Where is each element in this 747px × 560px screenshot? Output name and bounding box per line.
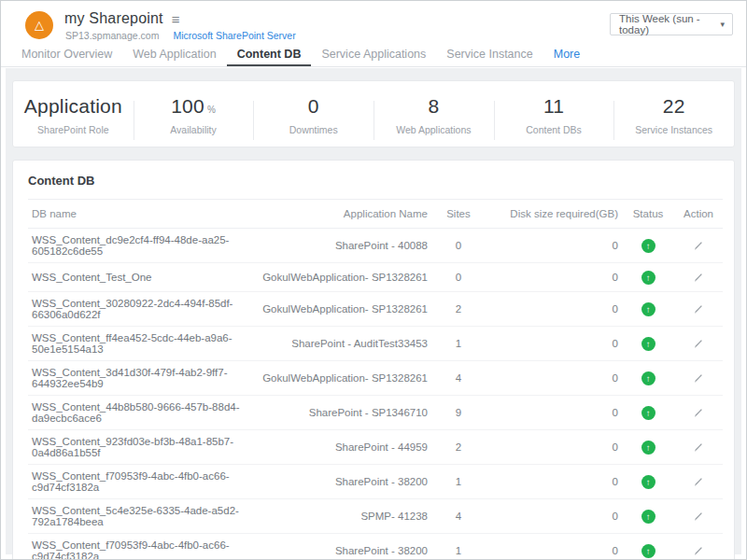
db-name-cell: WSS_Content_f70953f9-4abc-4fb0-ac66-c9d7…: [28, 465, 248, 499]
table-row: WSS_Content_30280922-2dc4-494f-85df-6630…: [28, 292, 723, 327]
disk-size-cell: 0: [486, 430, 622, 465]
monitor-name: my Sharepoint: [64, 10, 163, 27]
stat-value: 22: [663, 95, 685, 117]
application-name-cell: GokulWebApplication- SP1328261: [248, 361, 431, 396]
time-period-select[interactable]: This Week (sun - today) ▾: [610, 13, 733, 35]
tab-web-application[interactable]: Web Application: [122, 46, 226, 66]
table-header-row: DB nameApplication NameSitesDisk size re…: [28, 200, 723, 229]
edit-action-button[interactable]: [690, 335, 707, 352]
tab-monitor-overview[interactable]: Monitor Overview: [11, 46, 122, 66]
tab-bar: Monitor OverviewWeb ApplicationContent D…: [1, 46, 746, 67]
column-header-disk-size-required-gb: Disk size required(GB): [486, 200, 622, 229]
edit-action-button[interactable]: [690, 439, 707, 455]
application-name-cell: SharePoint - 44959: [248, 430, 431, 465]
column-header-application-name: Application Name: [248, 200, 431, 229]
tab-more[interactable]: More: [543, 46, 590, 66]
monitor-type-link[interactable]: Microsoft SharePoint Server: [173, 30, 295, 41]
edit-action-button[interactable]: [690, 301, 707, 317]
action-cell: [674, 361, 723, 396]
card-title: Content DB: [13, 161, 734, 199]
db-name-cell: WSS_Content_f70953f9-4abc-4fb0-ac66-c9d7…: [28, 534, 248, 560]
disk-size-cell: 0: [486, 327, 622, 361]
stat-label: Service Instances: [613, 124, 734, 135]
monitor-status-logo: △: [25, 11, 53, 39]
status-up-icon: ↑: [641, 271, 655, 285]
edit-action-button[interactable]: [690, 542, 707, 559]
application-name-cell: GokulWebApplication- SP1328261: [248, 292, 431, 327]
stat-value: Application: [24, 95, 122, 117]
action-cell: [674, 396, 723, 430]
stat-web-applications: 8Web Applications: [374, 93, 494, 135]
disk-size-cell: 0: [486, 229, 622, 263]
status-up-icon: ↑: [641, 337, 655, 351]
monitor-header: △ my Sharepoint ≡ SP13.spmanage.com Micr…: [1, 1, 746, 46]
edit-action-button[interactable]: [690, 404, 707, 421]
pencil-icon: [692, 442, 705, 456]
edit-action-button[interactable]: [690, 269, 707, 286]
sites-cell: 1: [431, 534, 486, 560]
application-name-cell: GokulWebApplication- SP1328261: [248, 263, 431, 292]
status-cell: ↑: [622, 396, 674, 430]
disk-size-cell: 0: [486, 263, 622, 292]
sites-cell: 1: [431, 465, 486, 499]
pencil-icon: [692, 477, 705, 491]
db-name-cell: WSS_Content_ff4ea452-5cdc-44eb-a9a6-50e1…: [28, 327, 248, 361]
edit-action-button[interactable]: [690, 237, 707, 254]
application-name-cell: SharePoint - AuditTest33453: [248, 327, 431, 361]
disk-size-cell: 0: [486, 396, 622, 430]
edit-action-button[interactable]: [690, 508, 707, 525]
edit-action-button[interactable]: [690, 370, 707, 386]
stat-value: 0: [308, 95, 319, 117]
stat-service-instances: 22Service Instances: [613, 93, 734, 135]
action-cell: [674, 534, 723, 560]
stat-label: Content DBs: [494, 124, 614, 135]
table-row: WSS_Content_3d41d30f-479f-4ab2-9ff7-6449…: [28, 361, 723, 396]
table-row: WSS_Content_f70953f9-4abc-4fb0-ac66-c9d7…: [28, 465, 723, 499]
application-name-cell: SharePoint - SP1346710: [248, 396, 431, 430]
content-panel: ApplicationSharePoint Role100%Availabili…: [6, 68, 741, 554]
table-body: WSS_Content_dc9e2cf4-ff94-48de-aa25-6051…: [28, 229, 723, 560]
db-name-cell: WSS_Content_923fd03e-bf3b-48a1-85b7-0a4d…: [28, 430, 248, 465]
table-row: WSS_Content_f70953f9-4abc-4fb0-ac66-c9d7…: [28, 534, 723, 560]
status-up-icon: ↑: [641, 406, 655, 420]
column-header-sites: Sites: [431, 200, 486, 229]
status-cell: ↑: [622, 263, 674, 292]
dropdown-caret-icon: ▾: [720, 20, 725, 29]
summary-stats-card: ApplicationSharePoint Role100%Availabili…: [12, 80, 735, 147]
application-name-cell: SPMP- 41238: [248, 499, 431, 534]
warning-triangle-icon: △: [35, 19, 44, 31]
status-up-icon: ↑: [641, 239, 655, 253]
action-cell: [674, 499, 723, 534]
tab-service-applications[interactable]: Service Applications: [311, 46, 436, 66]
edit-action-button[interactable]: [690, 473, 707, 490]
disk-size-cell: 0: [486, 292, 622, 327]
db-name-cell: WSS_Content_30280922-2dc4-494f-85df-6630…: [28, 292, 248, 327]
table-row: WSS_Content_dc9e2cf4-ff94-48de-aa25-6051…: [28, 229, 723, 263]
action-cell: [674, 465, 723, 499]
status-cell: ↑: [622, 430, 674, 465]
disk-size-cell: 0: [486, 465, 622, 499]
application-name-cell: SharePoint - 38200: [248, 534, 431, 560]
sites-cell: 2: [431, 292, 486, 327]
status-cell: ↑: [622, 229, 674, 263]
stat-label: Web Applications: [374, 124, 494, 135]
action-cell: [674, 229, 723, 263]
sites-cell: 0: [431, 263, 486, 292]
status-up-icon: ↑: [641, 371, 655, 385]
status-up-icon: ↑: [641, 544, 655, 558]
pencil-icon: [692, 511, 705, 525]
table-row: WSS_Content_5c4e325e-6335-4ade-a5d2-792a…: [28, 499, 723, 534]
db-name-cell: WSS_Content_44b8b580-9666-457b-88d4-da9e…: [28, 396, 248, 430]
db-name-cell: WSS_Content_dc9e2cf4-ff94-48de-aa25-6051…: [28, 229, 248, 263]
pencil-icon: [692, 339, 705, 353]
stat-value: 8: [428, 95, 439, 117]
tab-content-db[interactable]: Content DB: [227, 46, 312, 66]
sites-cell: 9: [431, 396, 486, 430]
status-cell: ↑: [622, 292, 674, 327]
time-period-value: This Week (sun - today): [619, 13, 720, 35]
hamburger-menu-icon[interactable]: ≡: [172, 11, 180, 27]
application-name-cell: SharePoint - 38200: [248, 465, 431, 499]
stat-downtimes: 0Downtimes: [253, 93, 374, 135]
tab-service-instance[interactable]: Service Instance: [436, 46, 543, 66]
app-window: △ my Sharepoint ≡ SP13.spmanage.com Micr…: [0, 0, 747, 560]
